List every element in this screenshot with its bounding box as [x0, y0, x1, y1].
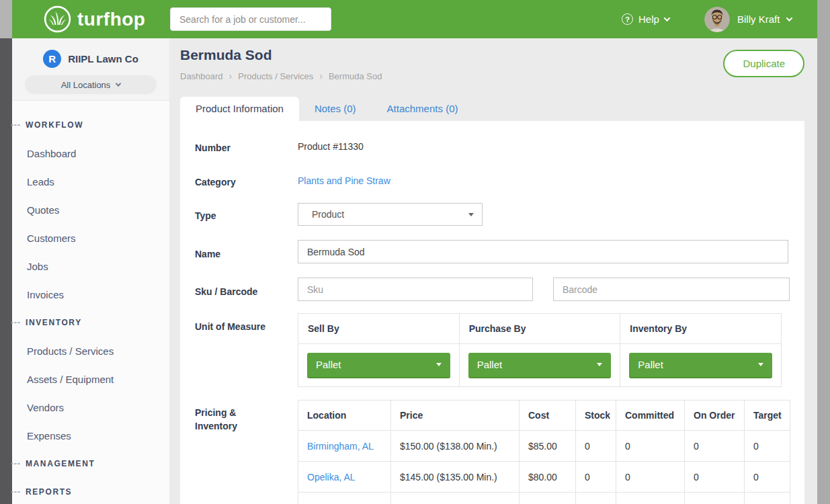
sidebar-item-dashboard[interactable]: Dashboard	[12, 139, 169, 167]
company-switcher[interactable]: R RIIPL Lawn Co	[12, 38, 169, 68]
sidebar-menu: WORKFLOW Dashboard Leads Quotes Customer…	[12, 111, 169, 504]
sidebar-item-jobs[interactable]: Jobs	[12, 252, 169, 280]
tab-product-information[interactable]: Product Information	[180, 97, 299, 121]
tab-attachments[interactable]: Attachments (0)	[372, 97, 474, 121]
column-target: Target	[745, 401, 790, 431]
stock-cell: 0	[576, 431, 616, 462]
column-location: Location	[298, 401, 391, 431]
type-select[interactable]: Product	[298, 203, 483, 226]
sidebar-item-leads[interactable]: Leads	[12, 167, 169, 196]
category-link[interactable]: Plants and Pine Straw	[298, 175, 390, 186]
column-on-order: On Order	[685, 401, 745, 431]
unit-of-measure-label: Unit of Measure	[195, 320, 265, 333]
sidebar-section-inventory[interactable]: INVENTORY	[12, 308, 169, 337]
on-order-cell: 0	[685, 431, 745, 462]
category-label: Category	[195, 175, 236, 189]
product-information-panel: Number Product #11330 Category Plants an…	[180, 121, 804, 504]
committed-cell: 0	[616, 462, 685, 493]
section-label: MANAGEMENT	[26, 459, 95, 468]
dashes-icon	[11, 487, 21, 497]
location-link[interactable]: Birmingham, AL	[307, 441, 374, 452]
cost-cell: $80.00	[520, 462, 576, 493]
section-label: INVENTORY	[26, 318, 82, 327]
pricing-inventory-table: Location Price Cost Stock Committed On O…	[298, 400, 790, 504]
dropdown-arrow-icon	[468, 213, 474, 216]
company-badge: R	[43, 50, 61, 68]
number-label: Number	[195, 141, 231, 155]
column-stock: Stock	[576, 401, 616, 431]
type-select-value: Product	[312, 209, 468, 220]
chevron-down-icon	[663, 15, 670, 22]
user-menu[interactable]: Billy Kraft	[704, 0, 792, 38]
inventory-by-value: Pallet	[638, 359, 758, 370]
sidebar-item-products-services[interactable]: Products / Services	[12, 337, 169, 365]
sell-by-value: Pallet	[316, 359, 436, 370]
table-row-clipped	[298, 493, 790, 504]
breadcrumb-products-services[interactable]: Products / Services	[238, 71, 313, 81]
section-label: WORKFLOW	[26, 120, 83, 130]
target-cell: 0	[745, 431, 790, 462]
cost-cell: $85.00	[520, 431, 576, 462]
right-scrollbar-track[interactable]	[817, 0, 830, 504]
sidebar-item-customers[interactable]: Customers	[12, 224, 169, 252]
dropdown-arrow-icon	[436, 363, 442, 366]
uom-column-inventory-by: Inventory By	[620, 314, 782, 344]
price-cell: $150.00 ($138.00 Min.)	[391, 431, 520, 462]
barcode-input[interactable]	[553, 278, 790, 301]
breadcrumb-current: Bermuda Sod	[329, 71, 382, 81]
location-filter-label: All Locations	[61, 80, 111, 90]
uom-column-purchase-by: Purchase By	[459, 314, 620, 344]
tab-bar: Product Information Notes (0) Attachment…	[180, 97, 473, 121]
pricing-inventory-label: Pricing & Inventory	[195, 406, 252, 433]
breadcrumb: Dashboard Products / Services Bermuda So…	[180, 71, 382, 81]
sidebar-company-block: R RIIPL Lawn Co All Locations	[12, 38, 169, 101]
dashes-icon	[11, 120, 21, 130]
duplicate-button[interactable]: Duplicate	[723, 50, 804, 77]
column-committed: Committed	[616, 401, 685, 431]
user-name: Billy Kraft	[737, 13, 780, 25]
breadcrumb-dashboard[interactable]: Dashboard	[180, 71, 223, 81]
page-title: Bermuda Sod	[180, 47, 272, 63]
inventory-by-select[interactable]: Pallet	[629, 353, 772, 378]
left-window-edge-top	[0, 0, 12, 38]
sidebar: R RIIPL Lawn Co All Locations WORKFLOW D…	[12, 38, 169, 504]
chevron-down-icon	[786, 15, 793, 22]
target-cell: 0	[745, 462, 790, 493]
name-input[interactable]	[298, 240, 788, 263]
logo-text: turfhop	[77, 9, 145, 30]
search-input[interactable]	[170, 7, 331, 31]
uom-column-sell-by: Sell By	[298, 314, 460, 344]
purchase-by-select[interactable]: Pallet	[468, 353, 612, 378]
sidebar-item-quotes[interactable]: Quotes	[12, 196, 169, 224]
sku-input[interactable]	[298, 278, 533, 301]
location-filter[interactable]: All Locations	[25, 75, 157, 94]
breadcrumb-separator-icon	[229, 71, 233, 81]
sku-barcode-label: Sku / Barcode	[195, 285, 257, 298]
name-label: Name	[195, 247, 220, 261]
avatar	[704, 7, 730, 32]
dashes-icon	[11, 318, 21, 327]
price-cell: $145.00 ($135.00 Min.)	[391, 462, 520, 493]
sidebar-item-invoices[interactable]: Invoices	[12, 280, 169, 308]
purchase-by-value: Pallet	[477, 359, 597, 370]
company-name: RIIPL Lawn Co	[68, 53, 138, 65]
dropdown-arrow-icon	[758, 363, 763, 366]
sidebar-item-assets-equipment[interactable]: Assets / Equipment	[12, 365, 169, 393]
sidebar-item-vendors[interactable]: Vendors	[12, 393, 169, 421]
stock-cell: 0	[576, 462, 616, 493]
turfhop-grass-icon	[44, 5, 71, 33]
type-label: Type	[195, 209, 216, 222]
location-link[interactable]: Opelika, AL	[307, 472, 356, 482]
tab-notes[interactable]: Notes (0)	[299, 97, 372, 121]
sidebar-section-management[interactable]: MANAGEMENT	[12, 450, 169, 478]
column-price: Price	[391, 401, 520, 431]
help-label: Help	[638, 13, 659, 25]
sell-by-select[interactable]: Pallet	[307, 353, 450, 378]
sidebar-section-workflow[interactable]: WORKFLOW	[12, 111, 169, 139]
main-content: Bermuda Sod Dashboard Products / Service…	[169, 38, 817, 504]
help-icon	[622, 13, 633, 25]
sidebar-section-reports[interactable]: REPORTS	[12, 478, 169, 504]
sidebar-item-expenses[interactable]: Expenses	[12, 421, 169, 450]
help-menu[interactable]: Help	[622, 0, 669, 38]
logo[interactable]: turfhop	[44, 5, 145, 33]
